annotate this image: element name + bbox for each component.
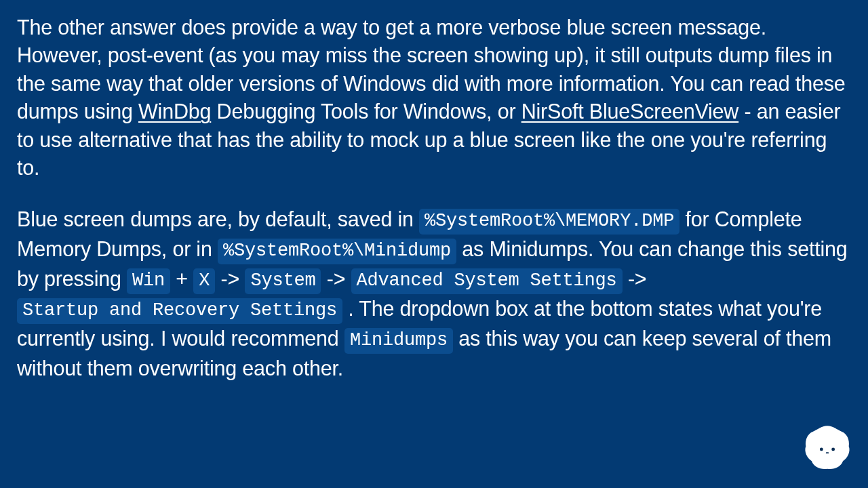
kbd-x: X — [193, 268, 215, 294]
code-minidump-path: %SystemRoot%\Minidump — [218, 239, 456, 264]
kbd-advanced-system-settings: Advanced System Settings — [351, 268, 623, 294]
link-nirsoft-bluescreenview[interactable]: NirSoft BlueScreenView — [521, 100, 739, 123]
kbd-system: System — [245, 268, 321, 294]
text: -> — [623, 267, 647, 290]
kbd-startup-recovery-settings: Startup and Recovery Settings — [17, 298, 342, 324]
svg-point-0 — [820, 447, 823, 451]
assistant-avatar-icon — [803, 423, 852, 472]
text: -> — [215, 267, 245, 290]
svg-point-1 — [831, 447, 835, 451]
text: Debugging Tools for Windows, or — [211, 100, 521, 123]
link-windbg[interactable]: WinDbg — [138, 100, 211, 123]
text: -> — [321, 267, 351, 290]
text: Blue screen dumps are, by default, saved… — [17, 207, 419, 230]
paragraph-1: The other answer does provide a way to g… — [17, 14, 851, 182]
paragraph-2: Blue screen dumps are, by default, saved… — [17, 205, 851, 382]
kbd-minidumps: Minidumps — [344, 328, 453, 354]
kbd-win: Win — [127, 268, 170, 294]
code-memory-dmp-path: %SystemRoot%\MEMORY.DMP — [419, 209, 679, 235]
svg-rect-2 — [826, 452, 829, 453]
answer-body: The other answer does provide a way to g… — [0, 0, 868, 422]
text: + — [170, 267, 193, 290]
